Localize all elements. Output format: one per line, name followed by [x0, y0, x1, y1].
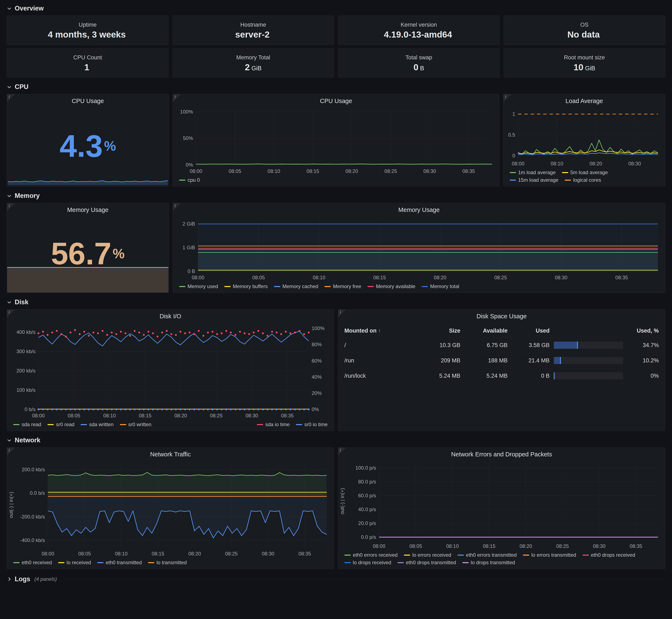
memory-usage-plot[interactable]: 0 B1 GiB2 GiB08:0008:0508:1008:1508:2008…: [173, 215, 665, 282]
disk-io-plot[interactable]: 0 b/s100 kb/s200 kb/s300 kb/s400 kb/s0%2…: [7, 321, 334, 420]
svg-text:08:15: 08:15: [151, 551, 164, 556]
legend-item[interactable]: eth0 transmitted: [97, 560, 142, 565]
column-header-used-pct[interactable]: Used, %: [627, 328, 659, 334]
panel-title: CPU Usage: [69, 94, 106, 106]
legend-item[interactable]: 5m load average: [562, 169, 608, 176]
svg-text:0 b/s: 0 b/s: [24, 406, 36, 412]
row-header-cpu[interactable]: CPU: [7, 83, 665, 91]
svg-text:08:10: 08:10: [115, 551, 127, 556]
legend-item[interactable]: lo errors received: [404, 552, 451, 558]
svg-text:08:30: 08:30: [555, 275, 567, 280]
column-header-used[interactable]: Used: [512, 328, 550, 334]
cell-used: 21.4 MB: [512, 357, 550, 364]
panel-title: Disk I/O: [7, 310, 334, 321]
row-header-logs[interactable]: Logs (4 panels): [7, 575, 665, 583]
svg-text:08:35: 08:35: [463, 168, 475, 174]
column-header-mounted-on[interactable]: Mounted on↑: [345, 328, 414, 334]
row-header-network[interactable]: Network: [7, 436, 665, 444]
svg-text:08:25: 08:25: [384, 168, 397, 174]
legend-item[interactable]: Memory free: [324, 283, 361, 289]
chart-legend: eth0 receivedlo receivedeth0 transmitted…: [7, 558, 334, 569]
svg-text:08:05: 08:05: [229, 168, 241, 174]
panel-info-icon[interactable]: i: [7, 94, 15, 102]
legend-item[interactable]: sr0 read: [48, 422, 74, 427]
row-header-memory[interactable]: Memory: [7, 192, 665, 200]
panel-info-icon[interactable]: i: [7, 203, 15, 211]
legend-item[interactable]: sda io time: [257, 422, 290, 427]
svg-text:-400.0 kb/s: -400.0 kb/s: [20, 537, 45, 543]
panel-network-errors: i Network Errors and Dropped Packets 0.0…: [338, 448, 665, 569]
stat-title: Kernel version: [401, 22, 437, 28]
usage-gauge: [554, 372, 623, 380]
legend-item[interactable]: lo drops transmitted: [463, 560, 515, 565]
legend-item[interactable]: eth0 received: [13, 560, 52, 565]
memory-usage-value: 56.7 %: [51, 215, 125, 293]
row-header-disk[interactable]: Disk: [7, 298, 665, 306]
legend-item[interactable]: 15m load average: [510, 177, 558, 183]
legend-item[interactable]: Memory used: [179, 283, 218, 289]
legend-item[interactable]: 1m load average: [510, 169, 556, 176]
column-header-size[interactable]: Size: [418, 328, 460, 334]
row-title-overview: Overview: [15, 5, 44, 12]
legend-item[interactable]: eth0 errors transmitted: [457, 552, 516, 558]
svg-text:100%: 100%: [180, 109, 193, 115]
stat-value: 0B: [414, 63, 424, 72]
cell-used-pct: 34.7%: [627, 342, 659, 349]
stat-title: OS: [580, 22, 589, 28]
svg-text:0: 0: [512, 153, 515, 158]
row-header-overview[interactable]: Overview: [7, 5, 665, 12]
column-header-available[interactable]: Available: [465, 328, 507, 334]
panel-title: Memory Usage: [173, 203, 665, 215]
stat-value: 4.19.0-13-amd64: [384, 30, 454, 39]
svg-text:08:30: 08:30: [628, 161, 641, 166]
svg-text:80.0 p/s: 80.0 p/s: [358, 479, 376, 484]
legend-item[interactable]: Memory total: [422, 283, 459, 289]
svg-text:40.0 p/s: 40.0 p/s: [358, 506, 376, 512]
svg-text:60%: 60%: [312, 358, 322, 364]
chevron-right-icon: [7, 576, 12, 581]
stat-os: OS No data: [503, 15, 666, 45]
legend-item[interactable]: sda read: [13, 422, 41, 427]
network-traffic-plot[interactable]: -400.0 kb/s-200.0 kb/s0.0 b/s200.0 kb/s0…: [7, 459, 334, 558]
legend-item[interactable]: lo drops received: [345, 560, 391, 565]
svg-text:08:20: 08:20: [174, 413, 187, 418]
legend-item[interactable]: cpu 0: [179, 177, 200, 183]
load-average-plot[interactable]: 00.5108:0008:1008:2008:30: [503, 106, 665, 168]
legend-item[interactable]: eth0 errors received: [345, 552, 398, 558]
chart-legend: sda readsr0 readsda writtensr0 writtensd…: [7, 420, 334, 431]
panel-load-average: i Load Average 00.5108:0008:1008:2008:30…: [503, 94, 665, 187]
legend-item[interactable]: Memory buffers: [224, 283, 267, 289]
stat-memory-total: Memory Total 2GiB: [172, 48, 334, 78]
legend-item[interactable]: eth0 drops transmitted: [398, 560, 456, 565]
network-errors-plot[interactable]: 0.0 p/s20.0 p/s40.0 p/s60.0 p/s80.0 p/s1…: [338, 459, 665, 551]
legend-item[interactable]: lo transmitted: [148, 560, 187, 565]
legend-item[interactable]: lo received: [58, 560, 91, 565]
cell-used: 0 B: [512, 373, 550, 379]
chevron-down-icon: [7, 6, 12, 11]
svg-text:08:15: 08:15: [483, 543, 495, 549]
cell-mount: /run: [345, 357, 414, 364]
svg-text:out(-) | in(+): out(-) | in(+): [8, 492, 14, 518]
legend-item[interactable]: Memory cached: [274, 283, 318, 289]
legend-item[interactable]: sr0 written: [120, 422, 151, 427]
sort-ascending-icon: ↑: [378, 328, 381, 334]
legend-item[interactable]: lo errors transmitted: [523, 552, 576, 558]
svg-text:60.0 p/s: 60.0 p/s: [358, 493, 376, 498]
legend-item[interactable]: eth0 drops received: [583, 552, 635, 558]
svg-text:08:35: 08:35: [629, 543, 642, 549]
stat-cpu-count: CPU Count 1: [7, 48, 169, 78]
panel-title: Memory Usage: [65, 203, 111, 215]
svg-text:08:00: 08:00: [373, 543, 385, 549]
legend-item[interactable]: Memory available: [367, 283, 415, 289]
svg-text:08:05: 08:05: [78, 551, 91, 556]
overview-stats-grid: Uptime 4 months, 3 weeks Hostname server…: [7, 15, 665, 78]
cpu-usage-plot[interactable]: 0%50%100%08:0008:0508:1008:1508:2008:250…: [173, 106, 499, 176]
legend-item[interactable]: sr0 io time: [296, 422, 327, 427]
table-row: /run/lock 5.24 MB 5.24 MB 0 B 0%: [345, 368, 659, 384]
stat-uptime: Uptime 4 months, 3 weeks: [7, 15, 169, 45]
legend-item[interactable]: sda written: [81, 422, 113, 427]
svg-text:08:05: 08:05: [252, 275, 265, 280]
dashboard: Overview Uptime 4 months, 3 weeks Hostna…: [0, 0, 672, 591]
legend-item[interactable]: logical cores: [565, 177, 601, 183]
panel-title: Network Traffic: [7, 448, 334, 459]
